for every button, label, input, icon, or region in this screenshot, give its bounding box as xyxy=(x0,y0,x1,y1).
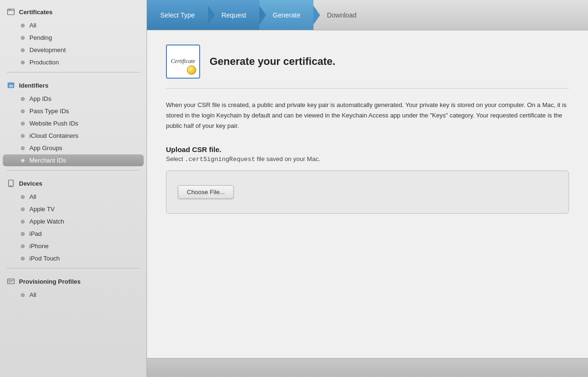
dot-icon xyxy=(21,232,25,236)
certificates-section-header: Certificates xyxy=(0,3,147,19)
divider-3 xyxy=(7,268,140,269)
sidebar-item-certs-production[interactable]: Production xyxy=(3,56,144,68)
sidebar-item-label: iPhone xyxy=(29,242,48,250)
steps-bar: Select Type Request Generate Download xyxy=(147,0,588,30)
sidebar-item-app-groups[interactable]: App Groups xyxy=(3,142,144,154)
upload-subtitle-code: .certSigningRequest xyxy=(185,156,255,163)
provisioning-label: Provisioning Profiles xyxy=(19,278,81,285)
certificates-icon xyxy=(7,8,15,16)
cert-icon-text: Certificate xyxy=(171,58,195,65)
sidebar-item-apple-watch[interactable]: Apple Watch xyxy=(3,215,144,227)
svg-text:ID: ID xyxy=(9,84,13,88)
step-download[interactable]: Download xyxy=(313,0,369,30)
sidebar-item-label: iPad xyxy=(29,230,42,237)
sidebar-item-label: All xyxy=(29,291,36,298)
sidebar-item-label: Production xyxy=(29,59,59,66)
sidebar-item-provisioning-all[interactable]: All xyxy=(3,289,144,301)
sidebar-item-label: iPod Touch xyxy=(29,255,60,262)
certificate-icon-image: Certificate xyxy=(166,45,200,79)
divider-2 xyxy=(7,170,140,171)
svg-rect-7 xyxy=(8,279,14,284)
sidebar-item-label: App IDs xyxy=(29,95,51,102)
certificates-label: Certificates xyxy=(19,9,53,16)
cert-seal xyxy=(187,65,196,75)
dot-icon xyxy=(21,97,25,101)
bottom-bar xyxy=(147,358,588,377)
dot-icon xyxy=(21,159,25,162)
sidebar-item-label: Merchant IDs xyxy=(29,157,66,164)
dot-icon xyxy=(21,293,25,297)
provisioning-section-header: Provisioning Profiles xyxy=(0,272,147,288)
dot-icon xyxy=(21,36,25,40)
sidebar-item-merchant-ids[interactable]: Merchant IDs xyxy=(3,154,144,166)
upload-box: Choose File... xyxy=(166,171,569,214)
sidebar-item-ipod-touch[interactable]: iPod Touch xyxy=(3,252,144,264)
sidebar-item-app-ids[interactable]: App IDs xyxy=(3,93,144,105)
provisioning-icon xyxy=(7,277,15,286)
sidebar-item-label: iCloud Containers xyxy=(29,132,78,139)
step-label: Request xyxy=(221,11,246,19)
sidebar-item-label: Apple TV xyxy=(29,206,55,213)
sidebar-item-pass-type-ids[interactable]: Pass Type IDs xyxy=(3,105,144,117)
dot-icon xyxy=(21,134,25,138)
devices-label: Devices xyxy=(19,180,42,187)
step-label: Download xyxy=(327,11,356,19)
dot-icon xyxy=(21,48,25,52)
identifiers-icon: ID xyxy=(7,81,15,90)
dot-icon xyxy=(21,207,25,211)
sidebar: Certificates All Pending Development Pro… xyxy=(0,0,147,377)
devices-section-header: Devices xyxy=(0,174,147,190)
svg-point-1 xyxy=(9,9,10,10)
sidebar-item-label: App Groups xyxy=(29,144,62,152)
dot-icon xyxy=(21,61,25,64)
svg-rect-5 xyxy=(9,180,13,187)
sidebar-item-certs-all[interactable]: All xyxy=(3,19,144,31)
upload-section: Upload CSR file. Select .certSigningRequ… xyxy=(166,145,569,214)
description-text: When your CSR file is created, a public … xyxy=(166,100,569,131)
sidebar-item-label: All xyxy=(29,22,36,29)
sidebar-item-devices-all[interactable]: All xyxy=(3,191,144,203)
upload-subtitle-prefix: Select xyxy=(166,155,185,162)
sidebar-item-iphone[interactable]: iPhone xyxy=(3,240,144,252)
devices-icon xyxy=(7,179,15,188)
sidebar-item-certs-development[interactable]: Development xyxy=(3,44,144,56)
dot-icon xyxy=(21,122,25,126)
sidebar-item-website-push-ids[interactable]: Website Push IDs xyxy=(3,117,144,129)
choose-file-button[interactable]: Choose File... xyxy=(178,185,234,199)
identifiers-section-header: ID Identifiers xyxy=(0,76,147,92)
sidebar-item-certs-pending[interactable]: Pending xyxy=(3,32,144,44)
sidebar-item-label: All xyxy=(29,193,36,200)
sidebar-item-label: Pending xyxy=(29,34,52,41)
sidebar-item-ipad[interactable]: iPad xyxy=(3,228,144,240)
main-content-area: Select Type Request Generate Download Ce… xyxy=(147,0,588,377)
upload-subtitle: Select .certSigningRequest file saved on… xyxy=(166,155,569,163)
step-select-type[interactable]: Select Type xyxy=(147,0,208,30)
dot-icon xyxy=(21,220,25,224)
dot-icon xyxy=(21,146,25,150)
identifiers-label: Identifiers xyxy=(19,82,48,89)
svg-rect-6 xyxy=(9,186,12,186)
sidebar-item-label: Apple Watch xyxy=(29,218,64,225)
sidebar-item-label: Development xyxy=(29,46,66,54)
step-label: Select Type xyxy=(160,11,195,19)
sidebar-item-icloud-containers[interactable]: iCloud Containers xyxy=(3,130,144,142)
upload-title: Upload CSR file. xyxy=(166,145,569,153)
step-generate[interactable]: Generate xyxy=(259,0,313,30)
page-title: Generate your certificate. xyxy=(210,55,335,68)
cert-header: Certificate Generate your certificate. xyxy=(166,45,569,89)
svg-point-2 xyxy=(10,9,11,10)
dot-icon xyxy=(21,195,25,199)
sidebar-item-apple-tv[interactable]: Apple TV xyxy=(3,203,144,215)
content-panel: Certificate Generate your certificate. W… xyxy=(147,30,588,358)
sidebar-item-label: Pass Type IDs xyxy=(29,108,69,115)
dot-icon xyxy=(21,244,25,248)
dot-icon xyxy=(21,257,25,260)
sidebar-item-label: Website Push IDs xyxy=(29,120,78,127)
dot-icon xyxy=(21,24,25,27)
dot-icon xyxy=(21,109,25,113)
step-request[interactable]: Request xyxy=(208,0,259,30)
upload-subtitle-suffix: file saved on your Mac. xyxy=(255,155,320,162)
divider-1 xyxy=(7,72,140,72)
step-label: Generate xyxy=(273,11,300,19)
svg-rect-0 xyxy=(8,9,14,15)
